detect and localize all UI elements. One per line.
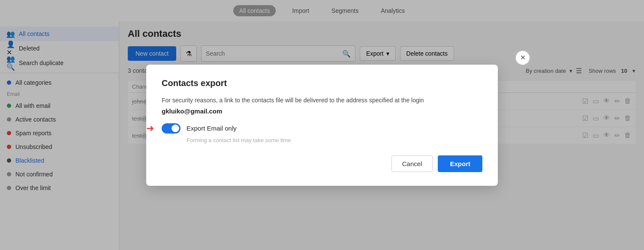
export-confirm-button[interactable]: Export — [438, 155, 482, 172]
toggle-label: Export Email only — [187, 125, 237, 132]
contacts-export-modal: ✕ esc Contacts export For security reaso… — [146, 65, 498, 186]
modal-footer: Cancel Export — [162, 155, 482, 172]
modal-login-email: gkluiko@gmail.com — [162, 107, 482, 115]
export-email-only-toggle[interactable] — [162, 123, 181, 134]
modal-hint: Forming a contact list may take some tim… — [162, 137, 482, 143]
modal-title: Contacts export — [162, 78, 482, 88]
modal-close-button[interactable]: ✕ — [515, 50, 530, 65]
close-icon: ✕ — [520, 54, 526, 62]
modal-description: For security reasons, a link to the cont… — [162, 96, 482, 105]
arrow-indicator: ➜ — [146, 123, 154, 134]
modal-overlay: ✕ esc Contacts export For security reaso… — [0, 0, 644, 250]
cancel-button[interactable]: Cancel — [391, 155, 433, 172]
toggle-row: ➜ Export Email only — [162, 123, 482, 134]
